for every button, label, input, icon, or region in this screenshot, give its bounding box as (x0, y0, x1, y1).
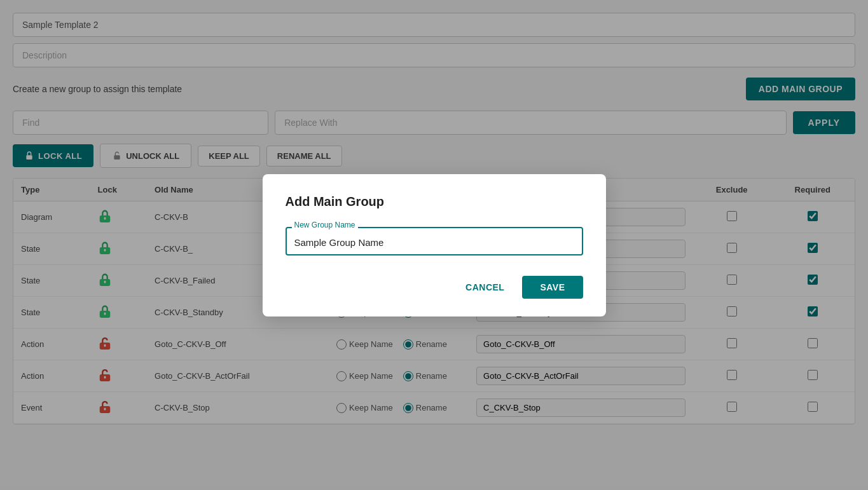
modal-dialog: Add Main Group New Group Name CANCEL SAV… (263, 174, 606, 316)
modal-cancel-button[interactable]: CANCEL (458, 277, 512, 297)
page-container: Create a new group to assign this templa… (0, 0, 868, 490)
modal-overlay: Add Main Group New Group Name CANCEL SAV… (0, 0, 868, 490)
modal-save-button[interactable]: SAVE (522, 276, 582, 299)
modal-input-wrapper: New Group Name (286, 227, 583, 255)
modal-group-name-input[interactable] (286, 227, 583, 255)
modal-input-label: New Group Name (292, 221, 358, 229)
modal-actions: CANCEL SAVE (286, 276, 583, 299)
modal-title: Add Main Group (286, 194, 583, 209)
